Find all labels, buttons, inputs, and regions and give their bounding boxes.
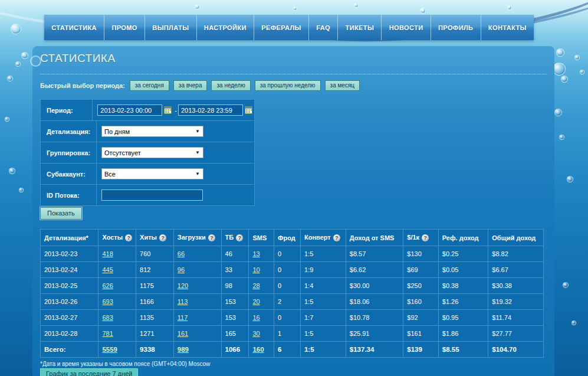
bubble-decoration (21, 52, 28, 59)
cell-link[interactable]: 160 (252, 346, 264, 353)
table-cell: $1.86 (438, 326, 488, 342)
chart-last-7-days-link[interactable]: График за последние 7 дней (40, 368, 138, 376)
show-button[interactable]: Показать (40, 207, 82, 220)
grouping-select[interactable]: Отсутствует ▼ (101, 147, 203, 158)
detail-label: Детализация: (41, 121, 97, 142)
column-header: Хиты? (136, 230, 174, 246)
cell-link[interactable]: 16 (252, 314, 259, 321)
table-cell: 30 (249, 326, 274, 342)
cell-link[interactable]: 13 (252, 250, 259, 257)
page-title: СТАТИСТИКА (40, 52, 116, 65)
nav-tab[interactable]: НОВОСТИ (382, 15, 431, 40)
calendar-icon[interactable] (164, 106, 172, 114)
bubble-decoration (559, 135, 564, 140)
table-cell: 1135 (136, 310, 174, 326)
table-cell: $92 (403, 310, 438, 326)
table-cell: 2013-02-23 (41, 246, 98, 262)
column-label: ТБ (225, 234, 234, 241)
detail-select[interactable]: По дням ▼ (101, 126, 203, 137)
nav-tab[interactable]: РЕФЕРАЛЫ (254, 15, 309, 40)
bubble-decoration (567, 176, 573, 182)
period-to-input[interactable] (178, 104, 243, 116)
table-cell: 693 (98, 294, 136, 310)
table-cell: $18.06 (346, 294, 403, 310)
table-cell: $8.57 (346, 246, 403, 262)
help-icon[interactable]: ? (236, 234, 243, 241)
table-cell: $69 (403, 262, 438, 278)
cell-link[interactable]: 113 (178, 298, 188, 305)
table-cell: 153 (221, 310, 249, 326)
nav-tab[interactable]: ПРОФИЛЬ (431, 15, 481, 40)
help-icon[interactable]: ? (422, 234, 429, 241)
table-cell: $161 (403, 326, 438, 342)
cell-link[interactable]: 20 (252, 298, 259, 305)
quick-period-button[interactable]: за месяц (325, 80, 360, 91)
cell-link[interactable]: 30 (252, 330, 259, 337)
quick-period-button[interactable]: за неделю (211, 80, 250, 91)
stream-id-label: ID Потока: (41, 185, 97, 205)
nav-tab[interactable]: ВЫПЛАТЫ (145, 15, 197, 40)
column-label: $/1к (407, 234, 419, 241)
help-icon[interactable]: ? (208, 234, 215, 241)
subaccount-select-value: Все (102, 171, 116, 178)
column-label: Детализация* (44, 234, 88, 241)
nav-tab[interactable]: КОНТАКТЫ (481, 15, 534, 40)
bubble-decoration (554, 109, 562, 116)
cell-link[interactable]: 161 (178, 330, 188, 337)
bubble-decoration (15, 61, 21, 67)
cell-link[interactable]: 626 (102, 282, 113, 289)
nav-tab[interactable]: СТАТИСТИКА (44, 15, 104, 40)
table-row: 2013-02-256261175120982801:4$30.00$250$0… (41, 278, 544, 294)
table-cell: Всего: (41, 342, 98, 358)
cell-link[interactable]: 5559 (102, 346, 117, 353)
table-cell: $250 (403, 278, 438, 294)
cell-link[interactable]: 66 (178, 250, 185, 257)
table-cell: $27.77 (488, 326, 544, 342)
filter-form: Период: - Детализация: По дням ▼ (40, 99, 255, 206)
nav-tab[interactable]: FAQ (309, 15, 338, 40)
cell-link[interactable]: 693 (102, 298, 113, 305)
cell-link[interactable]: 781 (102, 330, 113, 337)
bubble-decoration (293, 6, 297, 11)
column-label: Конверт (304, 234, 331, 241)
cell-link[interactable]: 96 (178, 266, 185, 273)
cell-link[interactable]: 117 (178, 314, 188, 321)
grouping-select-value: Отсутствует (102, 149, 141, 156)
calendar-icon[interactable] (245, 106, 252, 114)
cell-link[interactable]: 418 (102, 250, 113, 257)
quick-period-button[interactable]: за сегодня (130, 80, 169, 91)
nav-tab[interactable]: ТИКЕТЫ (338, 15, 382, 40)
help-icon[interactable]: ? (333, 234, 340, 241)
cell-link[interactable]: 120 (178, 282, 188, 289)
table-cell: 96 (173, 262, 221, 278)
column-label: Хиты (140, 234, 157, 241)
subaccount-select[interactable]: Все ▼ (101, 168, 203, 179)
quick-period-button[interactable]: за прошлую неделю (255, 80, 321, 91)
cell-link[interactable]: 10 (252, 266, 259, 273)
help-icon[interactable]: ? (159, 234, 166, 241)
cell-link[interactable]: 28 (252, 282, 259, 289)
cell-link[interactable]: 683 (102, 314, 113, 321)
stream-id-input[interactable] (101, 189, 203, 201)
table-cell: 1:5 (300, 294, 346, 310)
bubble-decoration (11, 24, 21, 34)
column-header: Общий доход (488, 230, 544, 246)
nav-tab[interactable]: ПРОМО (104, 15, 145, 40)
detail-select-value: По дням (102, 128, 130, 135)
period-from-input[interactable] (97, 104, 162, 116)
table-cell: $130 (403, 246, 438, 262)
nav-tab[interactable]: НАСТРОЙКИ (197, 15, 254, 40)
table-row: 2013-02-2669311661131532021:5$18.06$160$… (41, 294, 544, 310)
help-icon[interactable]: ? (125, 234, 132, 241)
table-cell: $1.26 (438, 294, 488, 310)
column-header: Загрузки? (173, 230, 221, 246)
table-cell: 113 (173, 294, 221, 310)
cell-link[interactable]: 989 (178, 346, 189, 353)
quick-period-button[interactable]: за вчера (173, 80, 208, 91)
column-header: Детализация* (41, 230, 98, 246)
table-cell: 812 (136, 262, 174, 278)
table-row: 2013-02-2878112711611653011:5$25.91$161$… (41, 326, 544, 342)
table-cell: 1:9 (300, 262, 346, 278)
cell-link[interactable]: 445 (102, 266, 113, 273)
bubble-decoration (19, 188, 24, 192)
